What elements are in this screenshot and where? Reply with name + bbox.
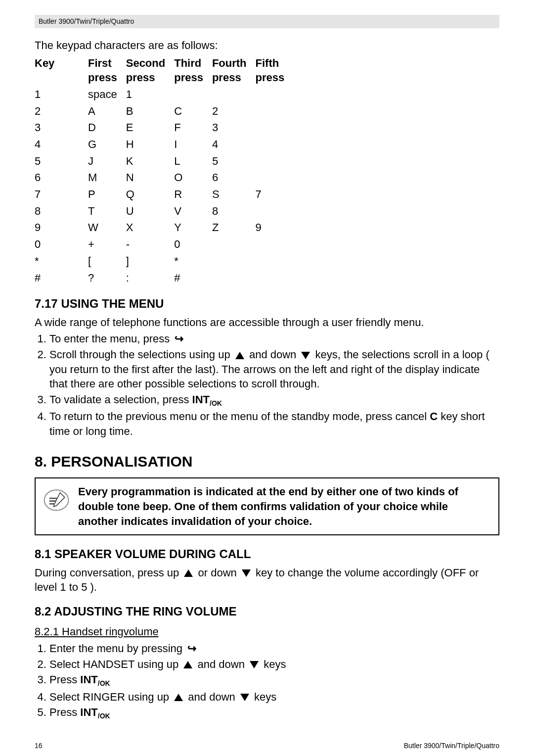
keypad-cell: C xyxy=(174,103,212,120)
keypad-cell: : xyxy=(126,270,174,286)
footer-product: Butler 3900/Twin/Triple/Quattro xyxy=(404,741,499,751)
enter-menu-icon: ↪ xyxy=(187,641,196,656)
keypad-cell xyxy=(212,236,256,253)
section-81-body: During conversation, press up or down ke… xyxy=(35,566,499,595)
table-row: *[]* xyxy=(35,253,293,270)
keypad-key-cell: 8 xyxy=(35,203,88,220)
keypad-cell xyxy=(256,169,294,186)
keypad-header-cell: Fifthpress xyxy=(256,55,294,86)
keypad-cell: N xyxy=(126,169,174,186)
list-item: Select RINGER using up and down keys xyxy=(49,690,499,705)
list-item: Press INT/OK xyxy=(49,672,499,688)
note-box: Every programmation is indicated at the … xyxy=(35,477,499,535)
keypad-cell xyxy=(212,86,256,103)
keypad-cell: A xyxy=(88,103,126,120)
keypad-cell: - xyxy=(126,236,174,253)
keypad-cell: X xyxy=(126,219,174,236)
keypad-cell: D xyxy=(88,119,126,136)
keypad-cell: Q xyxy=(126,186,174,203)
table-row: 1space1 xyxy=(35,86,293,103)
list-item: Press INT/OK xyxy=(49,705,499,721)
keypad-cell: O xyxy=(174,169,212,186)
keypad-cell: H xyxy=(126,136,174,153)
keypad-cell: # xyxy=(174,270,212,286)
keypad-cell xyxy=(174,86,212,103)
keypad-cell: 3 xyxy=(212,119,256,136)
keypad-header-cell: Secondpress xyxy=(126,55,174,86)
keypad-cell: E xyxy=(126,119,174,136)
table-row: 9WXYZ9 xyxy=(35,219,293,236)
keypad-cell: Z xyxy=(212,219,256,236)
keypad-cell: T xyxy=(88,203,126,220)
list-item: Select HANDSET using up and down keys xyxy=(49,657,499,672)
keypad-header-cell: Firstpress xyxy=(88,55,126,86)
keypad-cell: Y xyxy=(174,219,212,236)
keypad-key-cell: 6 xyxy=(35,169,88,186)
keypad-table: KeyFirstpressSecondpressThirdpressFourth… xyxy=(35,55,293,286)
keypad-cell: 9 xyxy=(256,219,294,236)
section-8-title: 8. PERSONALISATION xyxy=(35,452,499,472)
keypad-cell: M xyxy=(88,169,126,186)
keypad-cell: R xyxy=(174,186,212,203)
keypad-cell: I xyxy=(174,136,212,153)
keypad-cell: V xyxy=(174,203,212,220)
note-text: Every programmation is indicated at the … xyxy=(78,484,490,528)
keypad-cell: S xyxy=(212,186,256,203)
int-ok-key: INT/OK xyxy=(80,673,110,686)
keypad-header-cell: Key xyxy=(35,55,88,86)
table-row: #?:# xyxy=(35,270,293,286)
keypad-cell: space xyxy=(88,86,126,103)
table-row: 5JKL5 xyxy=(35,153,293,170)
keypad-cell: 0 xyxy=(174,236,212,253)
keypad-key-cell: 2 xyxy=(35,103,88,120)
int-ok-key: INT/OK xyxy=(80,706,110,718)
keypad-key-cell: # xyxy=(35,270,88,286)
keypad-cell xyxy=(256,153,294,170)
table-row: 3DEF3 xyxy=(35,119,293,136)
up-arrow-icon xyxy=(174,694,183,701)
keypad-cell: 8 xyxy=(212,203,256,220)
keypad-cell: U xyxy=(126,203,174,220)
keypad-cell xyxy=(256,236,294,253)
table-row: 0+-0 xyxy=(35,236,293,253)
keypad-cell xyxy=(212,270,256,286)
keypad-cell xyxy=(256,136,294,153)
keypad-key-cell: 9 xyxy=(35,219,88,236)
keypad-cell: 1 xyxy=(126,86,174,103)
keypad-key-cell: * xyxy=(35,253,88,270)
keypad-key-cell: 5 xyxy=(35,153,88,170)
up-arrow-icon xyxy=(184,569,193,577)
keypad-header-cell: Thirdpress xyxy=(174,55,212,86)
down-arrow-icon xyxy=(250,661,259,668)
keypad-body: 1space12ABC23DEF34GHI45JKL56MNO67PQRS78T… xyxy=(35,86,293,286)
keypad-key-cell: 4 xyxy=(35,136,88,153)
section-821-subtitle: 8.2.1 Handset ringvolume xyxy=(35,624,499,639)
keypad-cell: 4 xyxy=(212,136,256,153)
keypad-cell: + xyxy=(88,236,126,253)
keypad-cell: G xyxy=(88,136,126,153)
table-row: 4GHI4 xyxy=(35,136,293,153)
down-arrow-icon xyxy=(301,352,310,359)
keypad-header-row: KeyFirstpressSecondpressThirdpressFourth… xyxy=(35,55,293,86)
keypad-cell xyxy=(256,253,294,270)
keypad-cell xyxy=(256,103,294,120)
header-model-strip: Butler 3900/Twin/Triple/Quattro xyxy=(35,15,499,28)
up-arrow-icon xyxy=(183,661,192,668)
page-number: 16 xyxy=(35,741,43,751)
header-title: Butler 3900/Twin/Triple/Quattro xyxy=(39,17,134,25)
cancel-key: C xyxy=(430,410,438,423)
list-item: Scroll through the selections using up a… xyxy=(49,347,499,391)
keypad-cell xyxy=(256,86,294,103)
keypad-cell: K xyxy=(126,153,174,170)
keypad-intro: The keypad characters are as follows: xyxy=(35,38,499,53)
keypad-cell: 5 xyxy=(212,153,256,170)
hand-note-icon xyxy=(42,484,71,514)
keypad-cell xyxy=(256,203,294,220)
down-arrow-icon xyxy=(240,694,249,701)
keypad-cell xyxy=(256,270,294,286)
list-item: To return to the previous menu or the me… xyxy=(49,409,499,438)
keypad-cell: 6 xyxy=(212,169,256,186)
keypad-cell: 2 xyxy=(212,103,256,120)
page-footer: 16 Butler 3900/Twin/Triple/Quattro xyxy=(35,741,499,751)
section-717-list: To enter the menu, press ↪ Scroll throug… xyxy=(35,331,499,438)
